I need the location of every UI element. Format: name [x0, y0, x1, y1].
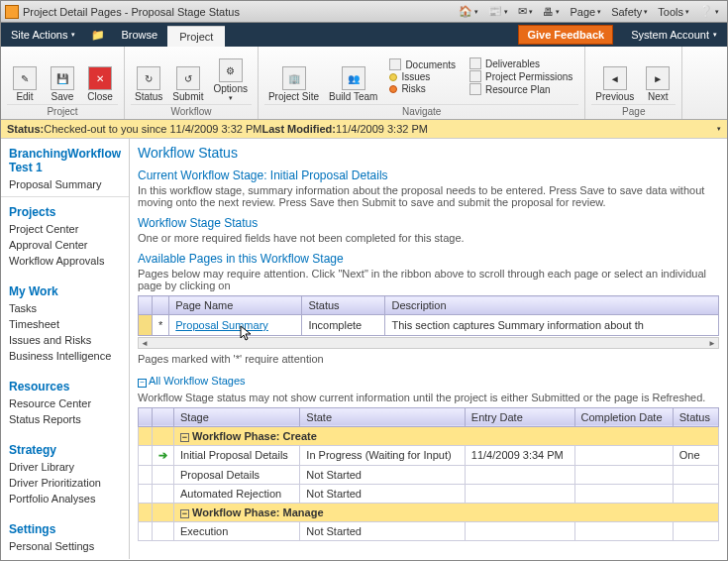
stages-note: Workflow Stage status may not show curre…	[138, 392, 719, 403]
help-icon[interactable]: ❔▾	[695, 4, 723, 19]
build-team-button[interactable]: 👥Build Team	[325, 49, 381, 104]
sidebar-tasks[interactable]: Tasks	[1, 300, 129, 316]
col-status2[interactable]: Status	[673, 407, 718, 426]
available-pages-text: Pages below may require attention. Click…	[138, 268, 719, 291]
phase-row-create[interactable]: − Workflow Phase: Create	[139, 426, 719, 445]
options-button[interactable]: ⚙Options▾	[209, 49, 251, 104]
sidebar-workflow-approvals[interactable]: Workflow Approvals	[1, 253, 129, 269]
col-state[interactable]: State	[300, 407, 466, 426]
risks-link[interactable]: Risks	[387, 83, 458, 94]
sharepoint-bar: Site Actions▾ 📁 Browse Project Give Feed…	[1, 23, 727, 47]
window-titlebar: Project Detail Pages - Proposal Stage St…	[1, 1, 727, 23]
tab-browse[interactable]: Browse	[111, 25, 167, 45]
app-icon	[5, 5, 19, 19]
sidebar-driver-library[interactable]: Driver Library	[1, 459, 129, 475]
print-icon[interactable]: 🖶▾	[539, 5, 564, 19]
system-account-menu[interactable]: System Account▾	[621, 29, 727, 41]
sidebar-projects-header[interactable]: Projects	[1, 201, 129, 221]
table-row[interactable]: Automated RejectionNot Started	[139, 484, 719, 503]
ribbon-group-project: Project	[7, 104, 118, 117]
stage-status-text: One or more required fields have not bee…	[138, 232, 719, 244]
page-menu[interactable]: Page▾	[566, 5, 605, 19]
resource-plan-link[interactable]: Resource Plan	[468, 83, 574, 95]
current-stage-text: In this workflow stage, summary informat…	[138, 184, 719, 208]
feeds-icon[interactable]: 📰▾	[484, 4, 512, 19]
table-row[interactable]: ➔Initial Proposal DetailsIn Progress (Wa…	[139, 445, 719, 465]
statusbar-chevron-icon[interactable]: ▾	[717, 125, 721, 133]
give-feedback-button[interactable]: Give Feedback	[518, 25, 613, 45]
submit-button[interactable]: ↺Submit	[168, 49, 207, 104]
ribbon-group-navigate: Navigate	[264, 104, 578, 117]
tab-project[interactable]: Project	[167, 26, 225, 47]
safety-menu[interactable]: Safety▾	[607, 5, 652, 19]
sidebar: BranchingWorkflow Test 1 Proposal Summar…	[1, 139, 130, 559]
sidebar-status-reports[interactable]: Status Reports	[1, 411, 129, 427]
all-workflow-stages-toggle[interactable]: −All Workflow Stages	[138, 375, 246, 387]
sidebar-issues-and-risks[interactable]: Issues and Risks	[1, 332, 129, 348]
ribbon-group-page: Page	[591, 104, 676, 117]
col-page-name[interactable]: Page Name	[169, 296, 302, 315]
sidebar-business-intelligence[interactable]: Business Intelligence	[1, 348, 129, 364]
table-row[interactable]: Proposal DetailsNot Started	[139, 465, 719, 484]
sidebar-strategy-header[interactable]: Strategy	[1, 439, 129, 459]
ie-toolbar: 🏠▾ 📰▾ ✉▾ 🖶▾ Page▾ Safety▾ Tools▾ ❔▾	[455, 4, 723, 19]
close-button[interactable]: ✕Close	[82, 49, 118, 104]
workflow-stages-table: Stage State Entry Date Completion Date S…	[138, 407, 719, 541]
available-pages-heading: Available Pages in this Workflow Stage	[138, 252, 719, 266]
tools-menu[interactable]: Tools▾	[654, 5, 693, 19]
stage-status-heading: Workflow Stage Status	[138, 216, 719, 230]
current-stage-heading: Current Workflow Stage: Initial Proposal…	[138, 168, 719, 182]
previous-button[interactable]: ◄Previous	[591, 49, 638, 104]
deliverables-link[interactable]: Deliverables	[468, 57, 574, 69]
issues-link[interactable]: Issues	[387, 71, 458, 82]
edit-button[interactable]: ✎Edit	[7, 49, 43, 104]
ribbon: ✎Edit 💾Save ✕Close Project ↻Status ↺Subm…	[1, 47, 727, 120]
sidebar-portfolio-analyses[interactable]: Portfolio Analyses	[1, 491, 129, 506]
phase-row-manage[interactable]: − Workflow Phase: Manage	[139, 503, 719, 521]
status-button[interactable]: ↻Status	[131, 49, 166, 104]
window-title: Project Detail Pages - Proposal Stage St…	[23, 6, 240, 18]
horizontal-scrollbar[interactable]: ◄►	[138, 337, 719, 349]
sidebar-personal-settings[interactable]: Personal Settings	[1, 538, 129, 554]
proposal-summary-link[interactable]: Proposal Summary	[175, 319, 268, 331]
site-actions-menu[interactable]: Site Actions▾	[1, 29, 85, 41]
home-icon[interactable]: 🏠▾	[455, 4, 482, 19]
save-button[interactable]: 💾Save	[45, 49, 80, 104]
sidebar-driver-prioritization[interactable]: Driver Prioritization	[1, 475, 129, 491]
sidebar-resources-header[interactable]: Resources	[1, 376, 129, 395]
col-description[interactable]: Description	[385, 296, 719, 315]
required-note: Pages marked with '*' require attention	[138, 353, 719, 365]
navigate-up-icon[interactable]: 📁	[85, 29, 111, 42]
col-status[interactable]: Status	[302, 296, 385, 315]
col-entry-date[interactable]: Entry Date	[465, 407, 574, 426]
project-site-button[interactable]: 🏢Project Site	[264, 49, 323, 104]
documents-link[interactable]: Documents	[387, 58, 458, 70]
table-row[interactable]: ExecutionNot Started	[139, 521, 719, 540]
mail-icon[interactable]: ✉▾	[514, 4, 537, 19]
sidebar-resource-center[interactable]: Resource Center	[1, 395, 129, 411]
sidebar-timesheet[interactable]: Timesheet	[1, 316, 129, 332]
col-stage[interactable]: Stage	[174, 407, 300, 426]
sidebar-project-center[interactable]: Project Center	[1, 221, 129, 237]
table-row[interactable]: * Proposal Summary Incomplete This secti…	[139, 315, 719, 336]
sidebar-mywork-header[interactable]: My Work	[1, 280, 129, 300]
ribbon-group-workflow: Workflow	[131, 104, 252, 117]
project-title[interactable]: BranchingWorkflow Test 1	[1, 143, 129, 176]
status-bar: Status: Checked-out to you since 11/4/20…	[1, 120, 727, 139]
sidebar-approval-center[interactable]: Approval Center	[1, 237, 129, 253]
page-heading: Workflow Status	[138, 145, 719, 161]
project-permissions-link[interactable]: Project Permissions	[468, 70, 574, 82]
col-completion-date[interactable]: Completion Date	[574, 407, 673, 426]
sidebar-proposal-summary[interactable]: Proposal Summary	[1, 176, 129, 192]
content-area: Workflow Status Current Workflow Stage: …	[130, 139, 727, 559]
sidebar-settings-header[interactable]: Settings	[1, 518, 129, 538]
next-button[interactable]: ►Next	[640, 49, 676, 104]
available-pages-table: Page Name Status Description * Proposal …	[138, 295, 719, 336]
